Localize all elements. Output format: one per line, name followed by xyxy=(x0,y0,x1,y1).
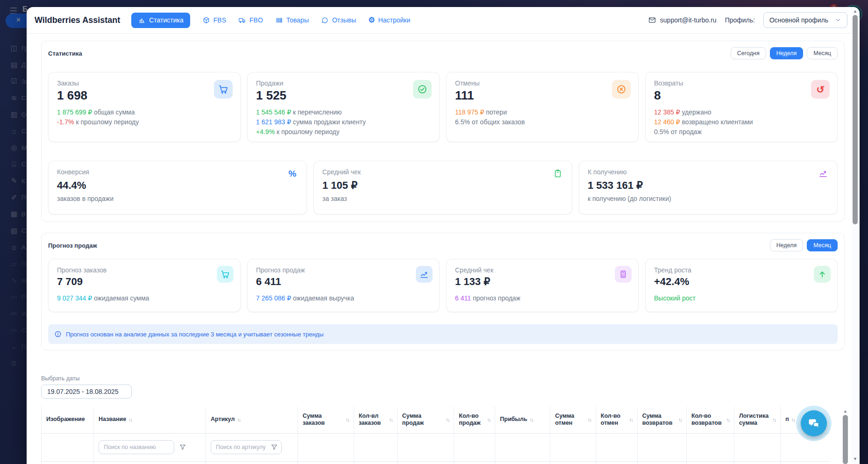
sort-icon[interactable]: ↑↓ xyxy=(791,417,795,422)
table-column-header[interactable]: Логистика сумма↑↓ xyxy=(734,407,780,433)
arrow-up-icon xyxy=(818,270,827,279)
sort-icon[interactable]: ↑↓ xyxy=(772,417,776,422)
card-metric: 0.5% xyxy=(654,128,669,136)
bar-chart-icon xyxy=(138,16,146,24)
tab-label: Настройки xyxy=(378,16,411,24)
chat-button[interactable] xyxy=(801,410,827,436)
card-metric-label: к перечислению xyxy=(293,108,342,116)
truck-icon xyxy=(238,16,246,24)
cancellations-card: Отмены 111 118 975 ₽ потери 6.5% от общи… xyxy=(446,72,639,142)
table-column-header[interactable]: Кол-вл заказов↑↓ xyxy=(354,407,397,433)
table-column-header[interactable]: Сумма отмен↑↓ xyxy=(550,407,596,433)
table-column-header[interactable]: Артикул↑↓ xyxy=(206,407,298,433)
card-icon-box xyxy=(214,80,233,99)
tab-fbo[interactable]: FBO xyxy=(238,16,263,24)
column-label: п xyxy=(785,416,789,423)
table-column-header: Изображение xyxy=(42,407,94,433)
card-icon-box xyxy=(615,266,632,283)
table-column-header[interactable]: Название↑↓ xyxy=(94,407,206,433)
sort-icon[interactable]: ↑↓ xyxy=(487,417,490,422)
table-row-cell xyxy=(495,461,550,464)
card-title: Средний чек xyxy=(455,266,630,274)
sort-icon[interactable]: ↑↓ xyxy=(346,417,349,422)
forecast-period-button[interactable]: Неделя xyxy=(770,239,804,251)
table-filter-cell xyxy=(94,433,206,461)
cart-icon xyxy=(221,270,230,279)
card-metric: 7 265 086 ₽ xyxy=(256,294,291,302)
return-icon: ↺ xyxy=(816,85,825,94)
card-metric-label: удержано xyxy=(682,108,711,116)
scroll-up-arrow[interactable]: ▲ xyxy=(852,9,859,14)
sort-icon[interactable]: ↑↓ xyxy=(128,417,132,422)
name-search-input[interactable] xyxy=(99,440,174,454)
tab-label: FBS xyxy=(213,16,226,24)
card-metric: 12 385 ₽ xyxy=(654,108,680,116)
table-column-header[interactable]: Сумма заказов↑↓ xyxy=(298,407,354,433)
table-filter-cell xyxy=(397,433,454,461)
wildberries-assistant-modal: Wildberries Assistant Статистика FBS FBO… xyxy=(27,7,860,464)
cart-icon xyxy=(218,84,228,94)
scrollbar-thumb[interactable] xyxy=(853,15,858,224)
table-column-header[interactable]: Кол-во отмен↑↓ xyxy=(596,407,637,433)
chart-line-icon xyxy=(818,168,829,179)
table-column-header[interactable]: Прибыль↑↓ xyxy=(495,407,550,433)
table-row-cell xyxy=(637,461,686,464)
card-metric-label: ожидаемая сумма xyxy=(94,294,149,302)
tab-label: Отзывы xyxy=(332,16,356,24)
profile-select[interactable]: Основной профиль xyxy=(763,12,847,28)
forecast-section-title: Прогноз продаж xyxy=(48,242,97,249)
table-column-header[interactable]: Кол-во продаж↑↓ xyxy=(454,407,495,433)
sort-icon[interactable]: ↑↓ xyxy=(237,417,240,422)
sort-icon[interactable]: ↑↓ xyxy=(446,417,449,422)
date-range-label: Выбрать даты xyxy=(41,375,132,382)
sort-icon[interactable]: ↑↓ xyxy=(389,417,392,422)
tab-statistics[interactable]: Статистика xyxy=(131,13,190,28)
filter-funnel-icon[interactable] xyxy=(179,443,186,451)
scroll-up-arrow[interactable]: ▲ xyxy=(842,409,849,414)
date-range-input[interactable] xyxy=(41,385,132,399)
header-right: support@it-turbo.ru Профиль: Основной пр… xyxy=(648,12,847,28)
avg-check-card: Средний чек 1 105 ₽ за заказ xyxy=(313,161,572,214)
tab-fbs[interactable]: FBS xyxy=(202,16,226,24)
card-icon-box xyxy=(217,266,234,283)
table-row-cell xyxy=(298,461,354,464)
barcode-icon xyxy=(275,16,283,24)
forecast-note: Прогноз основан на анализе данных за пос… xyxy=(48,324,838,344)
forecast-avg-check-card: Средний чек 1 133 ₽ 6 411 прогноз продаж xyxy=(446,259,639,312)
table-column-header[interactable]: Сумма продаж↑↓ xyxy=(397,407,454,433)
scrollbar-thumb[interactable] xyxy=(843,415,848,464)
table-row-cell xyxy=(42,461,94,464)
sort-icon[interactable]: ↑↓ xyxy=(726,417,729,422)
card-metric-label: потери xyxy=(486,108,507,116)
card-value: 1 533 161 ₽ xyxy=(588,179,829,192)
column-label: Прибыль xyxy=(500,416,527,423)
table-row-cell xyxy=(397,461,454,464)
forecast-period-button[interactable]: Месяц xyxy=(807,239,838,251)
table-column-header[interactable]: Сумма возвратов↑↓ xyxy=(637,407,686,433)
sort-icon[interactable]: ↑↓ xyxy=(588,417,591,422)
card-metric: 6 411 xyxy=(455,294,471,302)
table-filter-cell xyxy=(550,433,596,461)
table-row-cell xyxy=(354,461,397,464)
modal-scrollbar[interactable]: ▲ ▼ xyxy=(852,7,859,464)
tab-products[interactable]: Товары xyxy=(275,16,309,24)
card-title: Средний чек xyxy=(322,168,563,176)
tab-reviews[interactable]: Отзывы xyxy=(321,16,356,24)
card-icon-box xyxy=(413,80,432,99)
statistics-period-button[interactable]: Месяц xyxy=(807,47,838,59)
support-email-text: support@it-turbo.ru xyxy=(660,16,717,24)
table-filter-cell xyxy=(734,433,780,461)
sort-icon[interactable]: ↑↓ xyxy=(629,417,633,422)
sort-icon[interactable]: ↑↓ xyxy=(678,417,682,422)
filter-funnel-icon[interactable] xyxy=(270,443,278,451)
table-column-header[interactable]: Кол-во возвратов↑↓ xyxy=(686,407,734,433)
scroll-down-arrow[interactable]: ▼ xyxy=(852,457,859,461)
statistics-period-button[interactable]: Неделя xyxy=(770,47,804,59)
sort-icon[interactable]: ↑↓ xyxy=(530,417,533,422)
card-value: 6 411 xyxy=(256,276,431,288)
statistics-period-button[interactable]: Сегодня xyxy=(731,47,766,59)
orders-card: Заказы 1 698 1 875 699 ₽ общая сумма -1.… xyxy=(48,72,241,142)
table-scrollbar[interactable]: ▲ xyxy=(842,408,849,464)
forecast-section: Прогноз продаж НеделяМесяц Прогноз заказ… xyxy=(41,233,845,350)
tab-settings[interactable]: ⚙ Настройки xyxy=(368,16,410,24)
